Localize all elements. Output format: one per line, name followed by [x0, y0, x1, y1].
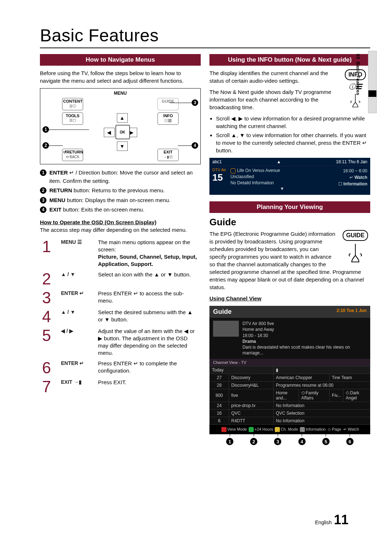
navigate-intro: Before using the TV, follow the steps be… — [40, 69, 201, 85]
info-icon: ⓘ — [300, 427, 305, 432]
remote-diagram: MENU CONTENT☰ⓘ GUIDE TOOLS☰▢ INFOⓘ☰ ▲ ▼ … — [40, 88, 201, 164]
callout-4: 4 — [192, 142, 198, 149]
info-osd-prog: Life On Venus Avenue — [237, 168, 280, 173]
section-info-button: Using the INFO button (Now & Next guide) — [209, 54, 370, 66]
left-arrow-icon: ◀ — [104, 128, 115, 137]
section-navigate-menus: How to Navigate Menus — [40, 54, 201, 66]
guide-osd-panel: Guide 2:10 Tue 1 Jun DTV Air 800 five Ho… — [209, 306, 370, 434]
guide-osd-clock: 2:10 Tue 1 Jun — [337, 308, 367, 316]
osd-steps-table: 1MENU ☰ The main menu options appear on … — [40, 237, 201, 396]
osd-heading: How to Operate the OSD (On Screen Displa… — [40, 219, 201, 225]
exit-key: EXIT→▮ⓧ — [158, 149, 179, 161]
table-row: 28DiscoveryH&LProgrammes resume at 06:00 — [210, 382, 370, 389]
guide-heading: Guide — [209, 217, 370, 228]
osd-intro: The access step may differ depending on … — [40, 226, 201, 234]
hand-icon — [346, 243, 364, 265]
info-osd-time: 18:00 ~ 6:00 — [343, 168, 367, 173]
guide-key: GUIDE — [158, 98, 179, 110]
dpad: ▲ ▼ ◀ ▶ OK — [102, 118, 139, 147]
title-rule — [40, 48, 370, 48]
info-osd-chnum: 15 — [212, 172, 226, 183]
callout-1: 1 — [42, 126, 49, 133]
using-channel-view: Using Channel View — [209, 295, 370, 302]
page-number: 11 — [334, 512, 348, 527]
guide-hand-graphic: GUIDE — [340, 230, 370, 266]
guide-osd-grid: Today▮ 27DiscoveryAmerican ChopperTine T… — [209, 366, 370, 425]
guide-callouts: 1 2 3 4 5 6 — [209, 434, 370, 445]
info-osd-panel: abc1 ▲ 18:11 Thu 6 Jan DTV Air 15 Life O… — [209, 158, 370, 195]
guide-osd-thumbnail — [213, 321, 239, 337]
return-key: ↺RETURN ⟲ BACK — [62, 149, 83, 161]
section-planning: Planning Your Viewing — [209, 201, 370, 213]
guide-osd-legend: View Mode +24 Hours Ch. Mode ⓘInformatio… — [209, 425, 370, 434]
guide-label: GUIDE — [343, 230, 368, 241]
table-row: 24price-drop.tvNo Information — [210, 402, 370, 410]
info-bullets: Scroll ◀, ▶ to view information for a de… — [216, 115, 370, 154]
callout-2: 2 — [42, 142, 49, 149]
guide-osd-tab: Channel View - TV — [209, 359, 370, 366]
page-title: Basic Features — [40, 25, 370, 45]
ok-key: OK — [115, 125, 130, 139]
info-osd-service: DTV Air — [212, 168, 226, 172]
up-arrow-icon: ▲ — [117, 113, 128, 123]
table-row: 6R4DTTNo Information — [210, 417, 370, 425]
table-row: 27DiscoveryAmerican ChopperTine Team — [210, 374, 370, 382]
down-arrow-icon: ▼ — [117, 141, 128, 151]
guide-osd-title: Guide — [213, 308, 232, 316]
table-row: 800fiveHome and...⏲Family AffairsFiv...⏲… — [210, 389, 370, 402]
page-footer: English 11 — [315, 512, 348, 527]
tools-key: TOOLS☰▢ — [62, 112, 83, 125]
menu-key-label: MENU — [114, 91, 127, 96]
button-descriptions: 1ENTER ↵ / Direction button: Move the cu… — [40, 169, 201, 214]
info-key: INFOⓘ☰ — [158, 112, 179, 125]
callout-3: 3 — [192, 99, 198, 106]
content-key: CONTENT☰ⓘ — [62, 98, 83, 110]
table-row: 16QVCQVC Selection — [210, 410, 370, 417]
side-tab — [368, 51, 377, 113]
info-osd-clock: 18:11 Thu 6 Jan — [336, 159, 367, 164]
side-tab-label: 03 Basic Features — [354, 54, 361, 104]
info-osd-channel: abc1 — [212, 159, 222, 164]
